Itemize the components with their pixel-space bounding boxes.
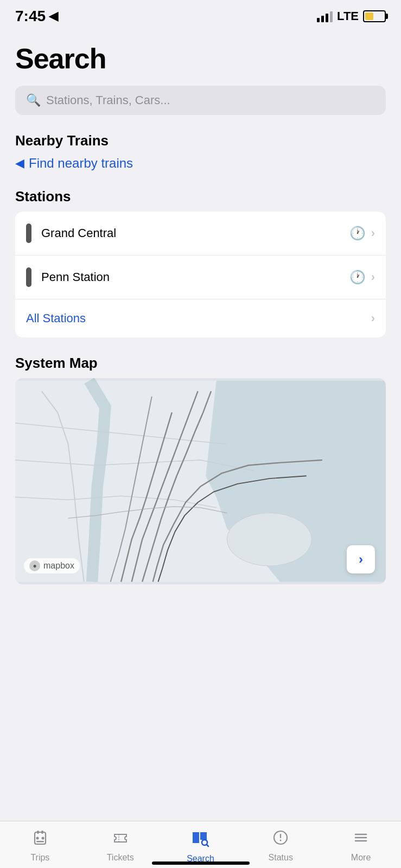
svg-rect-7 — [36, 841, 44, 843]
station-pill-icon — [26, 267, 31, 287]
map-svg — [15, 378, 386, 584]
mapbox-logo-icon: ● — [29, 560, 40, 571]
status-label: Status — [269, 853, 293, 863]
find-nearby-button[interactable]: ◀ Find nearby trains — [15, 156, 386, 171]
stations-title: Stations — [15, 188, 386, 205]
system-map-section: System Map — [15, 355, 386, 584]
system-map-title: System Map — [15, 355, 386, 372]
status-right: LTE — [317, 9, 386, 23]
svg-point-5 — [36, 837, 39, 840]
chevron-right-icon: › — [371, 270, 375, 284]
stations-card: Grand Central 🕐 › Penn Station 🕐 › All S… — [15, 212, 386, 337]
search-icon: 🔍 — [26, 93, 41, 107]
nearby-trains-section: Nearby Trains ◀ Find nearby trains — [15, 132, 386, 171]
map-navigate-button[interactable]: › — [347, 545, 375, 573]
all-stations-label: All Stations — [26, 311, 86, 326]
station-actions: 🕐 › — [349, 270, 375, 285]
svg-line-10 — [207, 845, 209, 847]
station-actions: 🕐 › — [349, 226, 375, 241]
more-label: More — [351, 853, 371, 863]
status-time: 7:45 ◀ — [15, 8, 58, 25]
nav-item-status[interactable]: Status — [253, 829, 308, 863]
main-content: Search 🔍 Stations, Trains, Cars... Nearb… — [0, 42, 401, 584]
battery-fill — [365, 12, 373, 20]
nav-item-more[interactable]: More — [334, 829, 388, 863]
nav-item-tickets[interactable]: Tickets — [93, 829, 148, 863]
mapbox-attribution: ● mapbox — [24, 558, 80, 573]
bottom-navigation: Trips Tickets Search — [0, 821, 401, 868]
all-stations-row[interactable]: All Stations › — [15, 299, 386, 337]
svg-point-13 — [280, 840, 282, 841]
tickets-label: Tickets — [107, 853, 134, 863]
chevron-right-blue-icon: › — [359, 552, 363, 567]
more-icon — [352, 829, 370, 851]
trips-icon — [31, 829, 49, 851]
svg-rect-3 — [37, 831, 39, 834]
status-bar: 7:45 ◀ LTE — [0, 0, 401, 29]
history-icon: 🕐 — [349, 270, 366, 285]
search-nav-label: Search — [187, 854, 214, 864]
find-nearby-label: Find nearby trains — [29, 156, 133, 171]
search-placeholder: Stations, Trains, Cars... — [46, 93, 170, 107]
search-nav-icon — [190, 828, 210, 852]
svg-rect-4 — [41, 831, 43, 834]
navigation-icon: ◀ — [15, 156, 24, 170]
svg-point-6 — [41, 837, 44, 840]
nav-item-search[interactable]: Search — [173, 828, 227, 864]
station-row-penn-station[interactable]: Penn Station 🕐 › — [15, 256, 386, 299]
nearby-trains-title: Nearby Trains — [15, 132, 386, 149]
location-arrow-icon: ◀ — [49, 9, 58, 23]
tickets-icon — [112, 829, 129, 851]
page-title: Search — [15, 42, 386, 75]
station-name: Penn Station — [41, 270, 349, 284]
battery-indicator — [363, 10, 386, 22]
network-type: LTE — [337, 9, 359, 23]
search-input-bar[interactable]: 🔍 Stations, Trains, Cars... — [15, 86, 386, 115]
stations-section: Stations Grand Central 🕐 › Penn Station … — [15, 188, 386, 337]
trips-label: Trips — [30, 853, 49, 863]
station-pill-icon — [26, 224, 31, 243]
station-row-grand-central[interactable]: Grand Central 🕐 › — [15, 212, 386, 256]
time-text: 7:45 — [15, 8, 46, 25]
chevron-right-icon: › — [371, 311, 375, 326]
nav-item-trips[interactable]: Trips — [13, 829, 67, 863]
station-name: Grand Central — [41, 226, 349, 240]
map-container[interactable]: ● mapbox › — [15, 378, 386, 584]
history-icon: 🕐 — [349, 226, 366, 241]
mapbox-label: mapbox — [43, 561, 74, 571]
status-icon — [272, 829, 289, 851]
svg-point-1 — [227, 513, 311, 566]
signal-bars — [317, 10, 333, 22]
chevron-right-icon: › — [371, 226, 375, 240]
